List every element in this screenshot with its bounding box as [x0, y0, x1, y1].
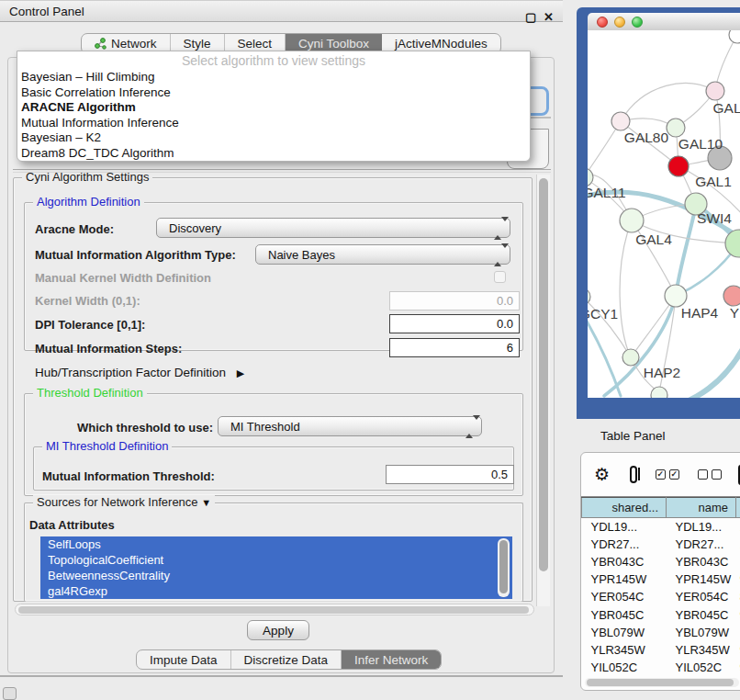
control-panel-titlebar: Control Panel [0, 0, 563, 22]
network-window-titlebar[interactable] [588, 13, 740, 30]
float-window-icon[interactable]: ▢ [525, 10, 536, 24]
table-row[interactable]: YPR145W YPR145W 9. [582, 570, 740, 588]
dropdown-placeholder: Select algorithm to view settings [17, 51, 530, 70]
cell: YBR045C [667, 605, 736, 623]
dropdown-item-mutual-information[interactable]: Mutual Information Inference [17, 116, 530, 131]
dpi-tolerance-value: 0.0 [497, 317, 513, 331]
node-gal-cut[interactable] [706, 82, 724, 100]
node-hap4[interactable] [665, 285, 687, 307]
cell: YPR145W [667, 570, 736, 588]
node-table[interactable]: shared... name YDL19... YDL19... 13 YDR2… [581, 497, 740, 676]
dpi-tolerance-field[interactable]: 0.0 [389, 314, 520, 333]
settings-horizontal-scrollbar[interactable] [15, 604, 534, 615]
label-gal80: GAL80 [624, 130, 669, 145]
gear-icon[interactable]: ⚙ [594, 464, 610, 485]
list-item[interactable]: gal4RGexp [40, 583, 512, 599]
column-cut[interactable] [736, 498, 740, 518]
control-panel-bottom-border [0, 675, 563, 677]
dropdown-item-bayesian-k2[interactable]: Bayesian – K2 [17, 130, 530, 146]
node-gal10[interactable] [667, 119, 685, 137]
manual-kernel-checkbox [494, 271, 506, 283]
aracne-mode-combo[interactable]: Discovery [156, 218, 510, 238]
node-gal80[interactable] [611, 112, 630, 130]
network-canvas[interactable]: GAL GAL80 GAL10 GAL1 GAL11 SWI4 GAL4 GCY… [588, 30, 740, 398]
node-gal11[interactable] [588, 168, 593, 186]
list-item[interactable]: BetweennessCentrality [40, 568, 512, 583]
tab-infer-network[interactable]: Infer Network [342, 650, 441, 669]
data-attributes-list[interactable]: SelfLoops TopologicalCoefficient Between… [40, 536, 512, 599]
node-gal4[interactable] [620, 209, 644, 232]
combo-arrows-icon [465, 420, 473, 434]
cell: 9. [736, 641, 740, 659]
network-window: GAL GAL80 GAL10 GAL1 GAL11 SWI4 GAL4 GCY… [588, 13, 740, 398]
cell: YLR345W [667, 641, 736, 659]
cell: YIL052C [667, 659, 736, 676]
table-horizontal-scrollbar[interactable] [585, 678, 739, 687]
label-gal11: GAL11 [588, 185, 626, 200]
cell: 13 [736, 518, 740, 536]
node-hap2[interactable] [622, 349, 639, 366]
mac-close-icon[interactable] [597, 17, 608, 28]
mi-threshold-label: Mutual Information Threshold: [42, 469, 215, 483]
node-pink-right[interactable] [723, 286, 740, 306]
node-bottom-partial[interactable] [651, 387, 667, 398]
mi-type-combo[interactable]: Naive Bayes [255, 244, 510, 265]
node-right-big[interactable] [725, 230, 740, 257]
table-row[interactable]: YBR043C YBR043C [582, 553, 740, 570]
cell: YBR045C [582, 605, 667, 623]
apply-button-label: Apply [263, 624, 294, 638]
table-row[interactable]: YIL052C YIL052C 9 [582, 659, 740, 676]
close-icon[interactable]: ✕ [544, 10, 554, 24]
hub-definition-expander[interactable]: Hub/Transcription Factor Definition ▶ [35, 366, 244, 379]
table-row[interactable]: YLR345W YLR345W 9. [582, 641, 740, 659]
table-row[interactable]: YDR27... YDR27... 12 [582, 536, 740, 553]
cell: 12 [736, 536, 740, 553]
table-row[interactable]: YDL19... YDL19... 13 [582, 518, 740, 536]
column-name[interactable]: name [667, 498, 736, 518]
checked-box-icon: ✓ [669, 469, 679, 480]
settings-vertical-scrollbar[interactable] [536, 175, 550, 606]
expander-down-triangle-icon[interactable]: ▼ [201, 497, 211, 508]
tab-discretize-data[interactable]: Discretize Data [231, 650, 342, 669]
table-toolbar: ⚙ ✓ ✓ [581, 453, 740, 497]
dropdown-item-basic-correlation[interactable]: Basic Correlation Inference [17, 85, 530, 101]
attributes-list-scrollbar[interactable] [498, 538, 510, 597]
table-row[interactable]: YBR045C YBR045C 9. [582, 605, 740, 623]
mi-steps-field[interactable]: 6 [389, 338, 520, 357]
table-row[interactable]: YER054C YER054C 8. [582, 588, 740, 605]
label-gal-cut: GAL [712, 100, 740, 116]
list-item[interactable]: SelfLoops [40, 536, 512, 552]
node-partial-top[interactable] [729, 30, 740, 43]
node-labels: GAL GAL80 GAL10 GAL1 GAL11 SWI4 GAL4 GCY… [588, 100, 740, 380]
tab-style-label: Style [184, 37, 211, 51]
table-row[interactable]: YBL079W YBL079W [582, 624, 740, 641]
columns-icon[interactable] [630, 466, 637, 483]
dropdown-item-dream8[interactable]: Dream8 DC_TDC Algorithm [17, 146, 530, 162]
which-threshold-combo[interactable]: MI Threshold [218, 416, 482, 436]
table-panel: ⚙ ✓ ✓ shared... name YDL19... YDL19... 1… [580, 452, 740, 691]
dropdown-item-aracne[interactable]: ARACNE Algorithm [17, 100, 530, 116]
which-threshold-value: MI Threshold [230, 420, 300, 434]
select-all-icon[interactable]: ✓ ✓ [656, 469, 679, 480]
apply-button[interactable]: Apply [247, 620, 309, 640]
cell: YDR27... [582, 536, 667, 553]
mac-zoom-icon[interactable] [632, 17, 643, 28]
mi-threshold-field[interactable]: 0.5 [386, 465, 514, 484]
dropdown-item-bayesian-hill-climbing[interactable]: Bayesian – Hill Climbing [17, 70, 530, 85]
cell: 9. [736, 570, 740, 588]
deselect-all-icon[interactable] [698, 469, 722, 480]
list-item[interactable]: TopologicalCoefficient [40, 552, 512, 568]
column-shared-name[interactable]: shared... [582, 498, 667, 518]
sources-title-text: Sources for Network Inference [37, 495, 198, 509]
sources-title: Sources for Network Inference ▼ [33, 495, 215, 509]
node-red[interactable] [668, 156, 689, 176]
checked-box-icon: ✓ [656, 469, 666, 480]
cyni-bottom-tabs: Impute Data Discretize Data Infer Networ… [136, 649, 442, 670]
mac-minimize-icon[interactable] [614, 17, 625, 28]
combo-arrows-icon [494, 248, 501, 262]
label-gal1: GAL1 [695, 174, 732, 189]
collapsed-panel-icon-fragment[interactable] [3, 687, 17, 700]
mi-type-label: Mutual Information Algorithm Type: [35, 248, 236, 262]
tab-impute-data[interactable]: Impute Data [137, 650, 231, 669]
kernel-width-field: 0.0 [389, 291, 520, 310]
